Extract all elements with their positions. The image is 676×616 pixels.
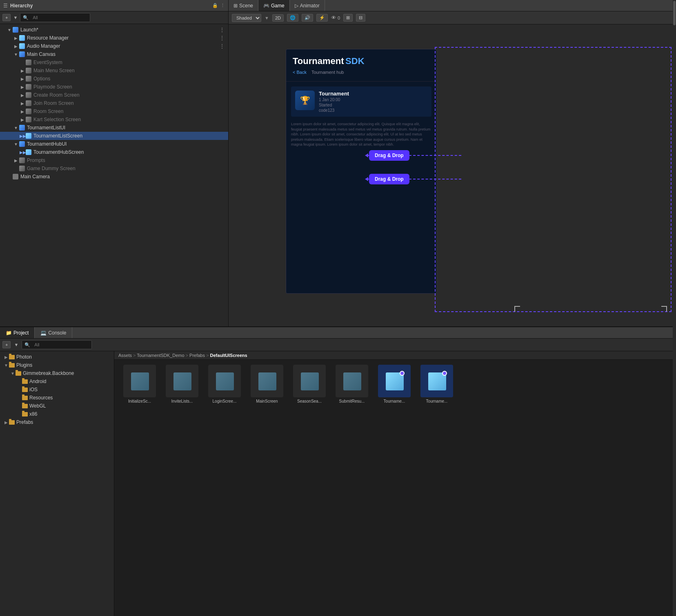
breadcrumb-assets[interactable]: Assets <box>118 353 132 358</box>
expand-arrow-am[interactable] <box>13 44 19 49</box>
hierarchy-more-icon[interactable]: ⋮ <box>220 3 225 8</box>
plugins-expand[interactable]: ▼ <box>3 363 9 368</box>
prefabs-expand[interactable]: ▶ <box>3 420 9 425</box>
tab-project[interactable]: 📁 Project <box>0 327 35 338</box>
expand-arrow-thui[interactable] <box>13 142 19 146</box>
hierarchy-lock-icon[interactable]: 🔒 <box>212 3 218 8</box>
expand-arrow-tls[interactable]: ▶ <box>20 134 25 138</box>
bottom-area: 📁 Project 💻 Console + ▼ 🔍 ▶ <box>0 326 676 616</box>
expand-arrow-jrs[interactable] <box>20 101 25 106</box>
hierarchy-menu-icon[interactable]: ☰ <box>3 3 8 9</box>
project-search-input[interactable] <box>32 341 89 348</box>
hierarchy-item-options[interactable]: Options <box>0 75 228 83</box>
breadcrumb: Assets > TournamentSDK_Demo > Prefabs > … <box>114 351 676 360</box>
expand-arrow-ps[interactable] <box>20 85 25 89</box>
hierarchy-item-prompts[interactable]: Prompts <box>0 156 228 164</box>
hierarchy-item-game-dummy[interactable]: Game Dummy Screen <box>0 164 228 173</box>
file-item-photon[interactable]: ▶ Photon <box>0 353 114 361</box>
hierarchy-item-join-room[interactable]: Join Room Screen <box>0 99 228 107</box>
file-item-android[interactable]: Android <box>0 377 114 386</box>
project-add-button[interactable]: + <box>2 341 11 348</box>
tourname2-dot-icon <box>442 371 447 376</box>
asset-thumb-login-screen <box>208 365 241 397</box>
hierarchy-item-resource-manager[interactable]: Resource Manager ⋮ <box>0 34 228 42</box>
expand-arrow-mc[interactable] <box>13 52 19 57</box>
bottom-content: ▶ Photon ▼ Plugins ▼ Gimmebreak.Backbone <box>0 351 676 616</box>
hub-hub-text: Tournament hub <box>311 70 344 75</box>
tab-game[interactable]: 🎮 Game <box>258 0 290 11</box>
expand-arrow-rm[interactable] <box>13 36 19 40</box>
hierarchy-item-tournament-hub-ui[interactable]: TournamentHubUI <box>0 140 228 148</box>
grid-icon-btn[interactable]: ⊞ <box>343 14 353 22</box>
expand-arrow-opt[interactable] <box>20 77 25 81</box>
hierarchy-search-input[interactable] <box>30 14 87 21</box>
hub-card-info: Tournament 1 Jan 20:00 Started code123 <box>319 91 349 113</box>
expand-arrow-rs[interactable] <box>20 109 25 114</box>
hierarchy-item-tournament-list-ui[interactable]: TournamentListUI <box>0 124 228 132</box>
hierarchy-item-create-room[interactable]: Create Room Screen <box>0 91 228 99</box>
rm-more[interactable]: ⋮ <box>219 35 225 41</box>
file-item-gimmebreak[interactable]: ▼ Gimmebreak.Backbone <box>0 369 114 377</box>
am-more[interactable]: ⋮ <box>219 43 225 49</box>
asset-item-submit-result[interactable]: SubmitResu... <box>331 365 372 403</box>
asset-item-main-screen[interactable]: MainScreen <box>247 365 287 403</box>
expand-arrow-ks[interactable] <box>20 117 25 122</box>
ths-icon <box>25 149 32 155</box>
hierarchy-item-main-camera[interactable]: Main Camera <box>0 173 228 181</box>
photon-expand[interactable]: ▶ <box>3 355 9 359</box>
globe-icon-btn[interactable]: 🌐 <box>287 14 298 22</box>
hierarchy-item-event-system[interactable]: EventSystem <box>0 58 228 66</box>
mms-label: Main Menu Screen <box>33 68 75 73</box>
tab-console[interactable]: 💻 Console <box>35 327 72 338</box>
expand-arrow-crs[interactable] <box>20 93 25 97</box>
hierarchy-item-kart-selection[interactable]: Kart Selection Screen <box>0 115 228 124</box>
asset-item-invite-lists[interactable]: InviteLists... <box>162 365 202 403</box>
asset-thumb-submit-result <box>336 365 368 397</box>
2d-button[interactable]: 2D <box>272 14 284 22</box>
asset-item-tourname-2[interactable]: Tourname... <box>416 365 457 403</box>
launch-more[interactable]: ⋮ <box>219 27 225 33</box>
file-item-resources[interactable]: Resources <box>0 394 114 402</box>
asset-item-login-screen[interactable]: LoginScree... <box>204 365 245 403</box>
expand-arrow-ths[interactable]: ▶ <box>20 150 25 155</box>
crs-label: Create Room Screen <box>33 92 80 98</box>
file-item-plugins[interactable]: ▼ Plugins <box>0 361 114 369</box>
scene-viewport[interactable]: Tournament SDK < Back Tournament hub 🏆 T… <box>229 24 676 326</box>
lightning-icon-btn[interactable]: ⚡ <box>316 14 328 22</box>
hierarchy-item-main-canvas[interactable]: Main Canvas <box>0 50 228 58</box>
tab-animator[interactable]: ▷ Animator <box>290 0 325 11</box>
hub-card-status: Started <box>319 103 349 107</box>
expand-arrow-tlui[interactable] <box>13 126 19 130</box>
expand-arrow-mms[interactable] <box>20 69 25 73</box>
scene-tabs: ⊞ Scene 🎮 Game ▷ Animator <box>229 0 676 11</box>
expand-arrow-launch[interactable] <box>7 28 12 32</box>
file-item-prefabs[interactable]: ▶ Prefabs <box>0 418 114 426</box>
hierarchy-item-launch[interactable]: Launch* ⋮ <box>0 26 228 34</box>
selection-rectangle <box>435 47 672 312</box>
hierarchy-add-button[interactable]: + <box>2 14 11 21</box>
ths-label: TournamentHubScreen <box>33 149 84 155</box>
asset-item-season-sea[interactable]: SeasonSea... <box>289 365 330 403</box>
plugins-label: Plugins <box>16 362 32 368</box>
prefabs-folder-icon <box>9 420 15 425</box>
shaded-dropdown[interactable]: Shaded <box>232 14 261 22</box>
tls-label: TournamentListScreen <box>33 133 82 139</box>
tab-scene[interactable]: ⊞ Scene <box>229 0 258 11</box>
hierarchy-item-playmode[interactable]: Playmode Screen <box>0 83 228 91</box>
hierarchy-item-main-menu[interactable]: Main Menu Screen <box>0 66 228 75</box>
hierarchy-item-audio-manager[interactable]: Audio Manager ⋮ <box>0 42 228 50</box>
asset-item-tourname-1[interactable]: Tourname... <box>374 365 415 403</box>
file-item-ios[interactable]: iOS <box>0 386 114 394</box>
gimmebreak-expand[interactable]: ▼ <box>10 371 16 376</box>
expand-arrow-prm[interactable] <box>13 158 19 163</box>
hierarchy-item-room-screen[interactable]: Room Screen <box>0 107 228 115</box>
breadcrumb-prefabs[interactable]: Prefabs <box>189 353 205 358</box>
file-item-webgl[interactable]: WebGL <box>0 402 114 410</box>
file-item-x86[interactable]: x86 <box>0 410 114 418</box>
speaker-icon-btn[interactable]: 🔊 <box>302 14 313 22</box>
hierarchy-item-tournament-hub-screen[interactable]: ▶ TournamentHubScreen <box>0 148 228 156</box>
layers-icon-btn[interactable]: ⊟ <box>356 14 365 22</box>
breadcrumb-sdk-demo[interactable]: TournamentSDK_Demo <box>137 353 184 358</box>
hierarchy-item-tournament-list-screen[interactable]: ▶ TournamentListScreen <box>0 132 228 140</box>
asset-item-initialize-sc[interactable]: InitializeSc... <box>119 365 160 403</box>
